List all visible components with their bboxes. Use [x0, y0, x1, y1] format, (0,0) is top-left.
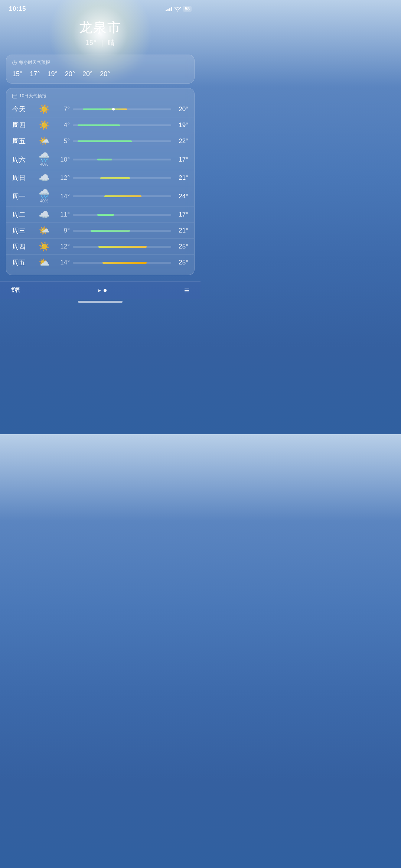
- forecast-weather-icon: ☀️: [36, 242, 53, 251]
- forecast-weather-icon: 🌤️: [36, 137, 53, 146]
- temp-condition-separator: ｜: [99, 39, 108, 46]
- battery-indicator: 58: [183, 6, 192, 12]
- hourly-row: 15°17°19°20°20°20°: [12, 70, 188, 78]
- forecast-high-temp: 22°: [174, 137, 188, 145]
- forecast-high-temp: 24°: [174, 193, 188, 200]
- status-time: 10:15: [9, 5, 26, 13]
- temp-bar: [73, 108, 171, 110]
- forecast-row: 周五🌤️5°22°: [6, 133, 194, 149]
- forecast-rows: 今天☀️7°20°周四☀️4°19°周五🌤️5°22°周六🌧️40%10°17°…: [6, 101, 194, 270]
- city-header: 龙泉市 15° ｜ 晴: [0, 15, 200, 55]
- forecast-header: 10日天气预报: [6, 93, 194, 99]
- home-indicator: [0, 299, 200, 306]
- weather-emoji-icon: ☁️: [39, 210, 50, 219]
- current-condition: 晴: [108, 39, 115, 46]
- map-icon[interactable]: 🗺: [11, 286, 19, 295]
- temp-bar: [73, 214, 171, 216]
- forecast-row: 周日☁️12°21°: [6, 170, 194, 186]
- forecast-high-temp: 25°: [174, 259, 188, 266]
- forecast-high-temp: 21°: [174, 227, 188, 234]
- hourly-card-header: 每小时天气预报: [12, 59, 188, 66]
- forecast-high-temp: 19°: [174, 121, 188, 129]
- hourly-label: 每小时天气预报: [19, 59, 50, 66]
- city-name: 龙泉市: [7, 19, 193, 37]
- forecast-weather-icon: ☀️: [36, 121, 53, 130]
- weather-emoji-icon: 🌤️: [39, 226, 50, 235]
- precipitation-percent: 40%: [40, 199, 48, 203]
- weather-emoji-icon: 🌤️: [39, 137, 50, 146]
- weather-emoji-icon: ☀️: [39, 121, 50, 130]
- weather-emoji-icon: 🌧️: [39, 153, 50, 162]
- list-icon[interactable]: ≡: [184, 285, 189, 296]
- daily-forecast-card: 10日天气预报 今天☀️7°20°周四☀️4°19°周五🌤️5°22°周六🌧️4…: [6, 88, 195, 275]
- temp-bar: [73, 140, 171, 142]
- weather-emoji-icon: ☀️: [39, 242, 50, 251]
- forecast-low-temp: 5°: [56, 137, 70, 145]
- home-bar: [78, 301, 123, 303]
- forecast-row: 周三🌤️9°21°: [6, 223, 194, 239]
- temp-bar: [73, 262, 171, 264]
- status-icons: 58: [166, 6, 192, 12]
- hourly-item: 19°: [47, 70, 57, 78]
- weather-emoji-icon: ☁️: [39, 173, 50, 182]
- forecast-weather-icon: ⛅: [36, 258, 53, 267]
- forecast-day-label: 周四: [12, 242, 33, 251]
- forecast-row: 周五⛅14°25°: [6, 255, 194, 270]
- forecast-high-temp: 25°: [174, 243, 188, 250]
- hourly-forecast-card: 每小时天气预报 15°17°19°20°20°20°: [6, 55, 195, 84]
- forecast-row: 周六🌧️40%10°17°: [6, 149, 194, 170]
- forecast-day-label: 今天: [12, 105, 33, 114]
- signal-icon: [166, 7, 172, 11]
- precipitation-percent: 40%: [40, 162, 48, 166]
- forecast-day-label: 周日: [12, 173, 33, 182]
- page-dot-indicator: [104, 289, 107, 292]
- forecast-day-label: 周一: [12, 192, 33, 201]
- hourly-item: 20°: [100, 70, 110, 78]
- forecast-weather-icon: ☀️: [36, 105, 53, 114]
- weather-emoji-icon: ☀️: [39, 105, 50, 114]
- hourly-item: 20°: [82, 70, 92, 78]
- forecast-low-temp: 4°: [56, 121, 70, 129]
- forecast-day-label: 周二: [12, 210, 33, 219]
- current-temp-dot: [112, 108, 115, 111]
- weather-emoji-icon: ⛅: [39, 258, 50, 267]
- forecast-row: 今天☀️7°20°: [6, 101, 194, 117]
- forecast-low-temp: 12°: [56, 243, 70, 250]
- battery-percentage: 58: [185, 6, 190, 12]
- forecast-day-label: 周四: [12, 121, 33, 130]
- forecast-day-label: 周五: [12, 137, 33, 146]
- forecast-row: 周二☁️11°17°: [6, 207, 194, 223]
- forecast-high-temp: 17°: [174, 211, 188, 218]
- temp-bar: [73, 246, 171, 248]
- forecast-row: 周四☀️12°25°: [6, 239, 194, 255]
- forecast-row: 周四☀️4°19°: [6, 117, 194, 133]
- temp-bar: [73, 177, 171, 179]
- temp-bar: [73, 195, 171, 197]
- forecast-day-label: 周五: [12, 258, 33, 267]
- forecast-low-temp: 7°: [56, 105, 70, 113]
- wifi-icon: [175, 7, 181, 12]
- calendar-icon: [12, 94, 17, 98]
- forecast-high-temp: 20°: [174, 105, 188, 113]
- status-bar: 10:15 58: [0, 0, 200, 15]
- forecast-high-temp: 17°: [174, 156, 188, 163]
- forecast-low-temp: 9°: [56, 227, 70, 234]
- forecast-low-temp: 11°: [56, 211, 70, 218]
- weather-emoji-icon: 🌧️: [39, 189, 50, 198]
- forecast-low-temp: 14°: [56, 193, 70, 200]
- temp-bar: [73, 159, 171, 160]
- hourly-item: 17°: [30, 70, 40, 78]
- bottom-toolbar: 🗺 ➤ ≡: [0, 281, 200, 299]
- forecast-weather-icon: ☁️: [36, 173, 53, 182]
- forecast-low-temp: 10°: [56, 156, 70, 163]
- forecast-day-label: 周六: [12, 155, 33, 164]
- toolbar-center: ➤: [97, 287, 107, 293]
- temp-bar: [73, 124, 171, 126]
- forecast-high-temp: 21°: [174, 174, 188, 182]
- hourly-item: 20°: [65, 70, 75, 78]
- current-temp: 15°: [85, 39, 97, 46]
- hourly-item: 15°: [12, 70, 22, 78]
- forecast-weather-icon: 🌤️: [36, 226, 53, 235]
- forecast-low-temp: 12°: [56, 174, 70, 182]
- forecast-label: 10日天气预报: [19, 93, 46, 99]
